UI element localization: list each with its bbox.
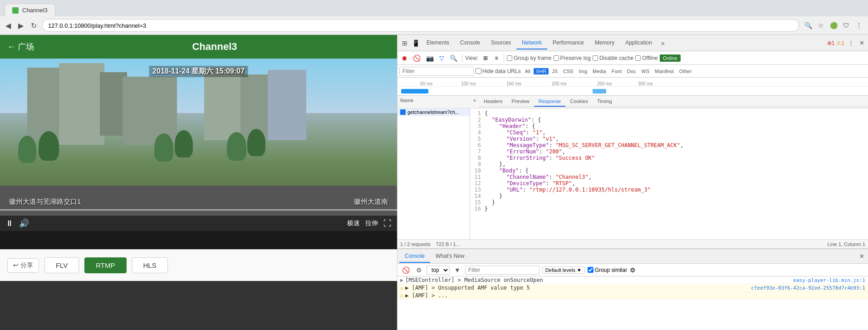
search-icon[interactable]: 🔍 bbox=[448, 54, 459, 63]
dropdown-arrow-icon[interactable]: ▼ bbox=[452, 266, 462, 275]
json-line-14: 14} bbox=[472, 193, 866, 199]
filter-manifest[interactable]: Manifest bbox=[652, 68, 676, 74]
filter-img[interactable]: Img bbox=[577, 68, 589, 74]
tab-elements[interactable]: Elements bbox=[421, 37, 455, 49]
grid-view-icon[interactable]: ⊞ bbox=[481, 54, 490, 63]
detail-tab-headers[interactable]: Headers bbox=[479, 97, 507, 107]
online-button[interactable]: Online bbox=[660, 54, 681, 62]
tab-application[interactable]: Application bbox=[620, 37, 657, 49]
filter-other[interactable]: Other bbox=[677, 68, 694, 74]
json-line-8: 8"ErrorString": "Success OK" bbox=[472, 155, 866, 161]
tab-whats-new[interactable]: What's New bbox=[430, 250, 470, 263]
tab-favicon bbox=[12, 7, 19, 14]
timeline-area[interactable]: 50 ms 100 ms 150 ms 200 ms 250 ms 300 ms bbox=[397, 78, 868, 96]
console-tab-actions: ✕ bbox=[858, 251, 866, 261]
console-settings-icon[interactable]: ⚙ bbox=[414, 266, 424, 275]
filter-media[interactable]: Media bbox=[590, 68, 608, 74]
json-line-6: 6"MessageType": "MSG_SC_SERVER_GET_CHANN… bbox=[472, 142, 866, 148]
json-line-4: 4"CSeq": "1", bbox=[472, 129, 866, 136]
filter-doc[interactable]: Doc bbox=[625, 68, 638, 74]
filter-ws[interactable]: WS bbox=[639, 68, 652, 74]
devtools-close-icon[interactable]: ✕ bbox=[858, 38, 866, 48]
offline-checkbox[interactable]: Offline bbox=[635, 55, 657, 61]
network-table-header: Name × Headers Preview Response Cookies … bbox=[397, 96, 868, 108]
tab-sources[interactable]: Sources bbox=[485, 37, 516, 49]
tab-performance[interactable]: Performance bbox=[547, 37, 589, 49]
console-panel: Console What's New ✕ 🚫 ⚙ top ▼ Default l… bbox=[397, 248, 868, 330]
devtools-panel: ⊞ 📱 Elements Console Sources Network Per… bbox=[397, 35, 868, 330]
video-controls: ⏸ 🔊 极速 拉伸 ⛶ bbox=[0, 216, 397, 231]
share-button[interactable]: ↩ 分享 bbox=[7, 258, 39, 273]
request-list: getchannelstream?ch... bbox=[397, 108, 470, 239]
devtools-settings-icon[interactable]: ⋮ bbox=[846, 38, 856, 48]
detail-tab-timing[interactable]: Timing bbox=[593, 97, 617, 107]
volume-button[interactable]: 🔊 bbox=[19, 218, 29, 228]
console-source-1[interactable]: easy-player-lib.min.js:1 bbox=[793, 277, 865, 283]
disable-cache-checkbox[interactable]: Disable cache bbox=[593, 55, 633, 61]
tab-memory[interactable]: Memory bbox=[589, 37, 620, 49]
rtmp-button[interactable]: RTMP bbox=[84, 257, 126, 273]
back-button[interactable]: ◀ bbox=[4, 20, 13, 32]
tab-console[interactable]: Console bbox=[455, 37, 485, 49]
camera-button[interactable]: 📷 bbox=[424, 54, 436, 63]
preserve-log-checkbox[interactable]: Preserve log bbox=[554, 55, 591, 61]
gear-icon[interactable]: ⚙ bbox=[630, 266, 636, 274]
bookmark-icon[interactable]: ☆ bbox=[815, 20, 826, 31]
col-close[interactable]: × bbox=[470, 97, 479, 107]
json-line-10: 10"Body": { bbox=[472, 167, 866, 174]
tab-network[interactable]: Network bbox=[516, 37, 547, 49]
filter-input[interactable] bbox=[399, 67, 474, 76]
extensions-icon[interactable]: 🟢 bbox=[828, 20, 839, 31]
group-by-frame-checkbox[interactable]: Group by frame bbox=[507, 55, 551, 61]
toolbar-divider2 bbox=[504, 54, 504, 62]
console-source-2[interactable]: cfeef93e-03f6-42ca-92ed-25578d7c4b93:1 bbox=[751, 285, 865, 291]
detail-tab-cookies[interactable]: Cookies bbox=[565, 97, 593, 107]
more-tabs-button[interactable]: » bbox=[657, 37, 668, 49]
top-selector[interactable]: top bbox=[427, 266, 450, 275]
detail-tab-preview[interactable]: Preview bbox=[507, 97, 534, 107]
default-levels-button[interactable]: Default levels ▼ bbox=[542, 266, 585, 274]
menu-icon[interactable]: ⋮ bbox=[853, 20, 864, 31]
detail-tab-response[interactable]: Response bbox=[534, 97, 566, 107]
devtools-responsive-icon[interactable]: 📱 bbox=[410, 38, 421, 49]
preserve-log-label: Preserve log bbox=[560, 55, 591, 61]
filter-css[interactable]: CSS bbox=[561, 68, 576, 74]
pause-button[interactable]: ⏸ bbox=[5, 219, 14, 228]
address-input[interactable] bbox=[42, 19, 799, 32]
devtools-tabs: ⊞ 📱 Elements Console Sources Network Per… bbox=[397, 35, 868, 51]
tab-console-panel[interactable]: Console bbox=[399, 250, 430, 263]
network-toolbar: ⏺ 🚫 📷 ▽ 🔍 View: ⊞ ≡ Group by frame Prese… bbox=[397, 51, 868, 65]
disable-cache-label: Disable cache bbox=[599, 55, 633, 61]
fullscreen-button[interactable]: ⛶ bbox=[383, 219, 392, 228]
clear-button[interactable]: 🚫 bbox=[411, 54, 422, 63]
filter-xhr[interactable]: XHR bbox=[534, 68, 549, 74]
group-similar-checkbox[interactable]: Group similar bbox=[588, 267, 627, 273]
console-filter-input[interactable] bbox=[465, 266, 539, 275]
console-close-icon[interactable]: ✕ bbox=[858, 251, 866, 261]
list-view-icon[interactable]: ≡ bbox=[492, 54, 501, 63]
arrow-icon: ▶ bbox=[400, 277, 403, 283]
hls-button[interactable]: HLS bbox=[132, 257, 168, 273]
flv-button[interactable]: FLV bbox=[44, 257, 79, 273]
warning-badge: ⚠1 bbox=[836, 40, 844, 46]
browser-toolbar-icons: 🔍 ☆ 🟢 🛡 ⋮ bbox=[803, 20, 864, 31]
search-icon[interactable]: 🔍 bbox=[803, 20, 814, 31]
forward-button[interactable]: ▶ bbox=[16, 20, 25, 32]
filter-icon[interactable]: ▽ bbox=[437, 54, 446, 63]
record-button[interactable]: ⏺ bbox=[399, 54, 409, 63]
back-button[interactable]: ← 广场 bbox=[7, 41, 34, 52]
filter-font[interactable]: Font bbox=[609, 68, 624, 74]
console-body: ▶ [MSEController] > MediaSource onSource… bbox=[397, 276, 868, 330]
adblock-icon[interactable]: 🛡 bbox=[841, 20, 852, 31]
video-location-left: 徽州大道与芜湖路交口1 bbox=[9, 197, 81, 206]
devtools-panel-icon[interactable]: ⊞ bbox=[399, 38, 410, 49]
video-scene: 2018-11-24 星期六 15:09:07 徽州大道与芜湖路交口1 徽州大道… bbox=[0, 59, 397, 231]
reload-button[interactable]: ↻ bbox=[29, 20, 39, 32]
hide-data-urls-checkbox[interactable]: Hide data URLs bbox=[476, 68, 521, 74]
console-clear-icon[interactable]: 🚫 bbox=[400, 266, 412, 275]
filter-all[interactable]: All bbox=[523, 68, 533, 74]
request-row[interactable]: getchannelstream?ch... bbox=[397, 108, 470, 116]
video-header: ← 广场 Channel3 bbox=[0, 35, 397, 59]
filter-js[interactable]: JS bbox=[549, 68, 560, 74]
browser-tab[interactable]: Channel3 bbox=[5, 4, 55, 16]
